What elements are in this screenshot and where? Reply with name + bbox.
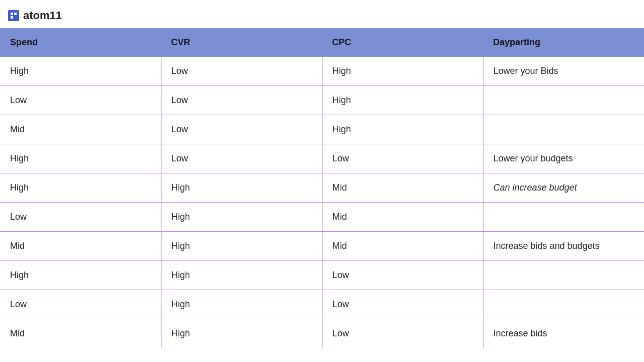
cell-cpc-9: Low (322, 319, 483, 348)
cell-spend-2: Mid (0, 115, 161, 144)
cell-dayparting-7 (483, 261, 644, 290)
cell-cvr-5: High (161, 203, 322, 232)
cell-cvr-4: High (161, 173, 322, 203)
logo-icon (8, 10, 19, 21)
header-cvr: CVR (161, 28, 322, 57)
cell-cvr-3: Low (161, 144, 322, 173)
header-spend: Spend (0, 28, 161, 57)
cell-spend-0: High (0, 57, 161, 86)
table-row: HighLowLowLower your budgets (0, 144, 644, 173)
table-row: LowLowHigh (0, 86, 644, 115)
cell-cvr-8: High (161, 290, 322, 319)
cell-spend-4: High (0, 173, 161, 203)
table-row: HighHighLow (0, 261, 644, 290)
cell-dayparting-2 (483, 115, 644, 144)
cell-cpc-4: Mid (322, 173, 483, 203)
table-row: HighLowHighLower your Bids (0, 57, 644, 86)
cell-cvr-9: High (161, 319, 322, 348)
table-row: MidLowHigh (0, 115, 644, 144)
logo-area: atom11 (0, 5, 644, 28)
cell-dayparting-3: Lower your budgets (483, 144, 644, 173)
header-cpc: CPC (322, 28, 483, 57)
cell-spend-8: Low (0, 290, 161, 319)
svg-rect-0 (11, 13, 13, 15)
table-row: MidHighLowIncrease bids (0, 319, 644, 348)
cell-spend-5: Low (0, 203, 161, 232)
header-dayparting: Dayparting (483, 28, 644, 57)
svg-rect-1 (14, 13, 17, 15)
cell-dayparting-8 (483, 290, 644, 319)
cell-dayparting-0: Lower your Bids (483, 57, 644, 86)
cell-cpc-7: Low (322, 261, 483, 290)
cell-spend-1: Low (0, 86, 161, 115)
table-row: HighHighMidCan increase budget (0, 173, 644, 203)
cell-spend-9: Mid (0, 319, 161, 348)
cell-cpc-1: High (322, 86, 483, 115)
cell-spend-3: High (0, 144, 161, 173)
cell-cvr-0: Low (161, 57, 322, 86)
table-row: LowHighLow (0, 290, 644, 319)
cell-cvr-2: Low (161, 115, 322, 144)
table-row: LowHighMid (0, 203, 644, 232)
table-row: MidHighMidIncrease bids and budgets (0, 232, 644, 261)
cell-spend-6: Mid (0, 232, 161, 261)
svg-rect-2 (11, 16, 13, 19)
cell-cpc-0: High (322, 57, 483, 86)
cell-cvr-6: High (161, 232, 322, 261)
cell-dayparting-9: Increase bids (483, 319, 644, 348)
cell-cpc-2: High (322, 115, 483, 144)
logo-name: atom11 (23, 9, 62, 22)
cell-dayparting-6: Increase bids and budgets (483, 232, 644, 261)
table-header-row: Spend CVR CPC Dayparting (0, 28, 644, 57)
cell-cpc-5: Mid (322, 203, 483, 232)
main-table: Spend CVR CPC Dayparting HighLowHighLowe… (0, 28, 644, 348)
cell-cvr-1: Low (161, 86, 322, 115)
cell-dayparting-4: Can increase budget (483, 173, 644, 203)
cell-dayparting-5 (483, 203, 644, 232)
cell-cvr-7: High (161, 261, 322, 290)
cell-dayparting-1 (483, 86, 644, 115)
cell-cpc-6: Mid (322, 232, 483, 261)
cell-spend-7: High (0, 261, 161, 290)
cell-cpc-8: Low (322, 290, 483, 319)
cell-cpc-3: Low (322, 144, 483, 173)
